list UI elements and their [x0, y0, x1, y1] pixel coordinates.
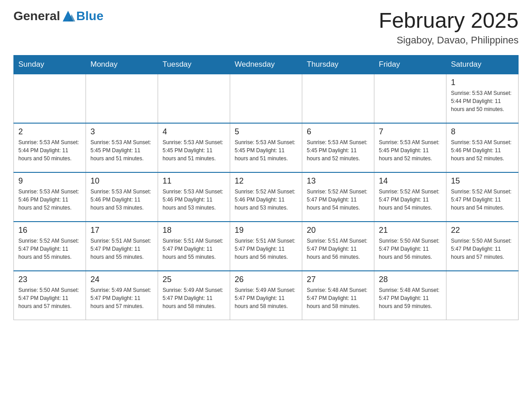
day-info: Sunrise: 5:51 AM Sunset: 5:47 PM Dayligh…: [307, 237, 369, 261]
day-info: Sunrise: 5:52 AM Sunset: 5:46 PM Dayligh…: [235, 188, 297, 212]
weekday-header-wednesday: Wednesday: [230, 55, 302, 74]
calendar-cell: 16Sunrise: 5:52 AM Sunset: 5:47 PM Dayli…: [14, 222, 86, 271]
day-number: 23: [18, 275, 81, 284]
weekday-header-sunday: Sunday: [14, 55, 86, 74]
day-info: Sunrise: 5:50 AM Sunset: 5:47 PM Dayligh…: [18, 286, 81, 310]
day-number: 24: [90, 275, 153, 284]
weekday-header-row: SundayMondayTuesdayWednesdayThursdayFrid…: [14, 55, 519, 74]
day-number: 22: [451, 226, 514, 235]
calendar-cell: 17Sunrise: 5:51 AM Sunset: 5:47 PM Dayli…: [86, 222, 158, 271]
day-number: 6: [307, 127, 369, 137]
calendar-cell: [14, 74, 86, 123]
day-info: Sunrise: 5:53 AM Sunset: 5:45 PM Dayligh…: [379, 138, 442, 163]
day-number: 8: [451, 127, 514, 137]
day-info: Sunrise: 5:52 AM Sunset: 5:47 PM Dayligh…: [451, 188, 514, 212]
day-number: 16: [18, 226, 81, 235]
logo-icon: [61, 9, 75, 23]
day-info: Sunrise: 5:53 AM Sunset: 5:46 PM Dayligh…: [451, 138, 514, 163]
day-number: 25: [163, 275, 225, 284]
day-number: 4: [163, 127, 225, 137]
day-info: Sunrise: 5:52 AM Sunset: 5:47 PM Dayligh…: [18, 237, 81, 261]
day-number: 20: [307, 226, 369, 235]
day-number: 18: [163, 226, 225, 235]
week-row-4: 23Sunrise: 5:50 AM Sunset: 5:47 PM Dayli…: [14, 271, 519, 320]
logo-blue: Blue: [76, 9, 103, 23]
weekday-header-saturday: Saturday: [446, 55, 519, 74]
day-info: Sunrise: 5:51 AM Sunset: 5:47 PM Dayligh…: [163, 237, 225, 261]
day-number: 12: [235, 176, 297, 186]
calendar-cell: 9Sunrise: 5:53 AM Sunset: 5:46 PM Daylig…: [14, 172, 86, 222]
week-row-2: 9Sunrise: 5:53 AM Sunset: 5:46 PM Daylig…: [14, 172, 519, 222]
title-area: February 2025 Sigaboy, Davao, Philippine…: [379, 9, 519, 46]
day-number: 13: [307, 176, 369, 186]
calendar-cell: 4Sunrise: 5:53 AM Sunset: 5:45 PM Daylig…: [158, 123, 230, 172]
day-number: 1: [451, 78, 514, 87]
calendar-cell: 13Sunrise: 5:52 AM Sunset: 5:47 PM Dayli…: [302, 172, 374, 222]
weekday-header-thursday: Thursday: [302, 55, 374, 74]
calendar-cell: 1Sunrise: 5:53 AM Sunset: 5:44 PM Daylig…: [446, 74, 519, 123]
day-info: Sunrise: 5:53 AM Sunset: 5:46 PM Dayligh…: [18, 188, 81, 212]
day-info: Sunrise: 5:50 AM Sunset: 5:47 PM Dayligh…: [451, 237, 514, 261]
day-number: 10: [90, 176, 153, 186]
day-number: 17: [90, 226, 153, 235]
day-number: 19: [235, 226, 297, 235]
weekday-header-tuesday: Tuesday: [158, 55, 230, 74]
calendar-cell: 3Sunrise: 5:53 AM Sunset: 5:45 PM Daylig…: [86, 123, 158, 172]
calendar-cell: [302, 74, 374, 123]
calendar-cell: 10Sunrise: 5:53 AM Sunset: 5:46 PM Dayli…: [86, 172, 158, 222]
day-number: 2: [18, 127, 81, 137]
calendar-cell: 5Sunrise: 5:53 AM Sunset: 5:45 PM Daylig…: [230, 123, 302, 172]
day-number: 3: [90, 127, 153, 137]
calendar-cell: 28Sunrise: 5:48 AM Sunset: 5:47 PM Dayli…: [374, 271, 446, 320]
calendar-cell: 26Sunrise: 5:49 AM Sunset: 5:47 PM Dayli…: [230, 271, 302, 320]
calendar-cell: [158, 74, 230, 123]
calendar-cell: 7Sunrise: 5:53 AM Sunset: 5:45 PM Daylig…: [374, 123, 446, 172]
day-info: Sunrise: 5:52 AM Sunset: 5:47 PM Dayligh…: [379, 188, 442, 212]
day-number: 15: [451, 176, 514, 186]
calendar-cell: [374, 74, 446, 123]
calendar-cell: [230, 74, 302, 123]
day-info: Sunrise: 5:51 AM Sunset: 5:47 PM Dayligh…: [90, 237, 153, 261]
calendar-cell: 23Sunrise: 5:50 AM Sunset: 5:47 PM Dayli…: [14, 271, 86, 320]
day-info: Sunrise: 5:49 AM Sunset: 5:47 PM Dayligh…: [90, 286, 153, 310]
location-title: Sigaboy, Davao, Philippines: [379, 34, 519, 46]
calendar-table: SundayMondayTuesdayWednesdayThursdayFrid…: [13, 55, 519, 321]
calendar-cell: 22Sunrise: 5:50 AM Sunset: 5:47 PM Dayli…: [446, 222, 519, 271]
day-number: 27: [307, 275, 369, 284]
calendar-cell: 27Sunrise: 5:48 AM Sunset: 5:47 PM Dayli…: [302, 271, 374, 320]
calendar-cell: 14Sunrise: 5:52 AM Sunset: 5:47 PM Dayli…: [374, 172, 446, 222]
weekday-header-monday: Monday: [86, 55, 158, 74]
calendar-cell: [446, 271, 519, 320]
day-info: Sunrise: 5:48 AM Sunset: 5:47 PM Dayligh…: [307, 286, 369, 310]
day-info: Sunrise: 5:53 AM Sunset: 5:46 PM Dayligh…: [163, 188, 225, 212]
day-info: Sunrise: 5:50 AM Sunset: 5:47 PM Dayligh…: [379, 237, 442, 261]
day-info: Sunrise: 5:53 AM Sunset: 5:46 PM Dayligh…: [90, 188, 153, 212]
calendar-cell: 2Sunrise: 5:53 AM Sunset: 5:44 PM Daylig…: [14, 123, 86, 172]
day-info: Sunrise: 5:53 AM Sunset: 5:45 PM Dayligh…: [307, 138, 369, 163]
day-number: 7: [379, 127, 442, 137]
day-info: Sunrise: 5:53 AM Sunset: 5:45 PM Dayligh…: [163, 138, 225, 163]
week-row-0: 1Sunrise: 5:53 AM Sunset: 5:44 PM Daylig…: [14, 74, 519, 123]
day-info: Sunrise: 5:53 AM Sunset: 5:45 PM Dayligh…: [235, 138, 297, 163]
day-info: Sunrise: 5:53 AM Sunset: 5:44 PM Dayligh…: [451, 89, 514, 113]
day-info: Sunrise: 5:52 AM Sunset: 5:47 PM Dayligh…: [307, 188, 369, 212]
calendar-cell: 24Sunrise: 5:49 AM Sunset: 5:47 PM Dayli…: [86, 271, 158, 320]
day-number: 5: [235, 127, 297, 137]
calendar-cell: 19Sunrise: 5:51 AM Sunset: 5:47 PM Dayli…: [230, 222, 302, 271]
day-info: Sunrise: 5:53 AM Sunset: 5:45 PM Dayligh…: [90, 138, 153, 163]
day-info: Sunrise: 5:51 AM Sunset: 5:47 PM Dayligh…: [235, 237, 297, 261]
day-number: 21: [379, 226, 442, 235]
day-info: Sunrise: 5:53 AM Sunset: 5:44 PM Dayligh…: [18, 138, 81, 163]
logo-general: General: [13, 9, 60, 23]
day-info: Sunrise: 5:49 AM Sunset: 5:47 PM Dayligh…: [235, 286, 297, 310]
weekday-header-friday: Friday: [374, 55, 446, 74]
calendar-cell: 8Sunrise: 5:53 AM Sunset: 5:46 PM Daylig…: [446, 123, 519, 172]
day-number: 28: [379, 275, 442, 284]
calendar-cell: 11Sunrise: 5:53 AM Sunset: 5:46 PM Dayli…: [158, 172, 230, 222]
day-info: Sunrise: 5:49 AM Sunset: 5:47 PM Dayligh…: [163, 286, 225, 310]
calendar-cell: 12Sunrise: 5:52 AM Sunset: 5:46 PM Dayli…: [230, 172, 302, 222]
calendar-cell: 15Sunrise: 5:52 AM Sunset: 5:47 PM Dayli…: [446, 172, 519, 222]
week-row-3: 16Sunrise: 5:52 AM Sunset: 5:47 PM Dayli…: [14, 222, 519, 271]
calendar-cell: 20Sunrise: 5:51 AM Sunset: 5:47 PM Dayli…: [302, 222, 374, 271]
calendar-cell: [86, 74, 158, 123]
